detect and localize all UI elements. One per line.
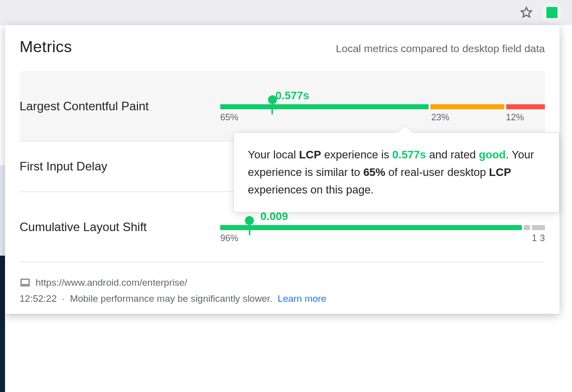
- metric-cls-seg-good: [220, 225, 522, 230]
- browser-toolbar: [0, 0, 572, 25]
- panel-header: Metrics Local metrics compared to deskto…: [20, 38, 545, 56]
- metric-lcp-pct-row: 65% 23% 12%: [220, 112, 545, 123]
- metric-cls-pct-na2: 3: [540, 233, 545, 244]
- svg-rect-0: [21, 279, 29, 285]
- marker-tick-icon: [249, 225, 250, 235]
- metric-cls-seg-na1: [524, 225, 530, 230]
- bookmark-star-icon[interactable]: [520, 6, 533, 19]
- metric-fid-name: First Input Delay: [20, 159, 220, 173]
- marker-dot-icon: [268, 95, 277, 104]
- tooltip-metric2: LCP: [489, 166, 511, 178]
- panel-subtitle: Local metrics compared to desktop field …: [336, 43, 545, 55]
- footer-separator: ·: [62, 293, 65, 304]
- tooltip-rating: good: [479, 148, 506, 161]
- tooltip-text: Your local: [248, 148, 299, 161]
- metric-lcp-chart: 0.577s 65% 23% 12%: [220, 89, 545, 123]
- tooltip-text: experiences on this page.: [248, 183, 374, 196]
- page-background-dark: [0, 256, 5, 392]
- metric-lcp-seg-avg: [431, 104, 504, 109]
- tooltip-value: 0.577s: [392, 148, 426, 161]
- metric-lcp-tooltip: Your local LCP experience is 0.577s and …: [233, 132, 559, 213]
- metric-lcp-name: Largest Contentful Paint: [20, 99, 220, 113]
- page-background-light: [0, 165, 5, 256]
- footer-url: https://www.android.com/enterprise/: [36, 277, 187, 288]
- metric-cls-pct-row: 96% 1 3: [220, 233, 545, 244]
- tooltip-percent: 65%: [363, 166, 385, 178]
- footer-time: 12:52:22: [20, 293, 57, 304]
- metric-lcp-value: 0.577s: [275, 89, 545, 102]
- panel-title: Metrics: [20, 38, 72, 56]
- learn-more-link[interactable]: Learn more: [277, 293, 326, 304]
- footer-note: Mobile performance may be significantly …: [70, 293, 272, 304]
- metric-cls-bar: [220, 225, 545, 230]
- metric-lcp-pct-good: 65%: [220, 112, 432, 123]
- laptop-icon: [20, 278, 31, 287]
- tooltip-text: and rated: [426, 148, 479, 161]
- metric-lcp[interactable]: Largest Contentful Paint 0.577s 65% 23% …: [20, 71, 545, 141]
- metric-cls-pct-na1: 1: [532, 233, 540, 244]
- tooltip-text: experience is: [321, 148, 392, 161]
- metric-lcp-seg-good: [220, 104, 428, 109]
- metric-cls-name: Cumulative Layout Shift: [20, 220, 220, 234]
- metric-cls-chart: 0.009 96% 1 3: [220, 210, 545, 244]
- metric-cls-pct-good: 96%: [220, 233, 532, 244]
- profile-avatar-button[interactable]: [542, 3, 562, 23]
- tooltip-metric1: LCP: [299, 148, 321, 161]
- metric-lcp-seg-bad: [506, 104, 545, 109]
- panel-footer: https://www.android.com/enterprise/ 12:5…: [20, 277, 545, 304]
- marker-tick-icon: [271, 104, 273, 114]
- tooltip-text: of real-user desktop: [385, 166, 489, 178]
- metric-lcp-pct-avg: 23%: [432, 112, 506, 123]
- metric-lcp-bar: [220, 104, 545, 109]
- metric-lcp-pct-bad: 12%: [506, 112, 545, 123]
- metric-cls-seg-na2: [532, 225, 545, 230]
- marker-dot-icon: [245, 216, 254, 225]
- profile-color-swatch: [546, 7, 557, 18]
